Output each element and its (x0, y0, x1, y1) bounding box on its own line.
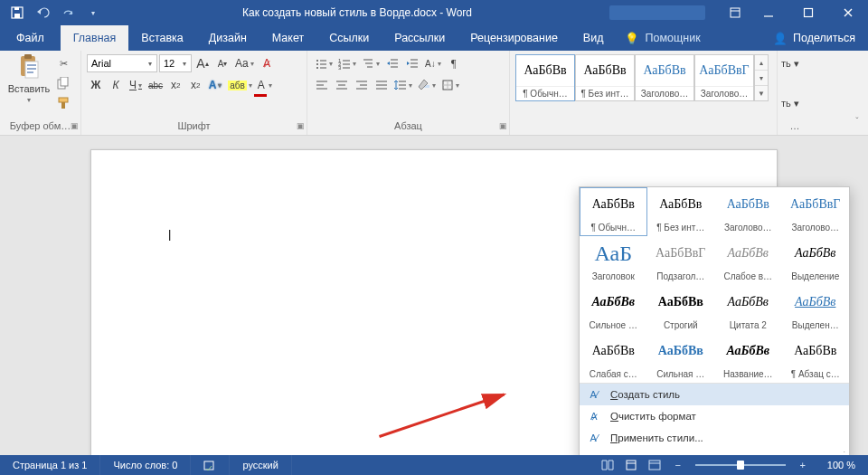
style-tile[interactable]: АаБбВв Слабая с… (580, 334, 647, 383)
scroll-down-icon[interactable]: ▾ (755, 71, 768, 86)
status-language[interactable]: русский (230, 455, 291, 475)
styles-more-button[interactable]: ▴▾▼ (754, 54, 769, 101)
style-tile[interactable]: АаБбВв Слабое в… (714, 236, 782, 285)
zoom-out-icon[interactable]: − (666, 455, 690, 475)
decrease-indent-icon[interactable] (383, 54, 401, 72)
account-box[interactable] (609, 5, 705, 20)
strike-icon[interactable]: abc (146, 76, 165, 94)
expand-gallery-icon[interactable]: ▼ (755, 86, 768, 100)
maximize-icon[interactable] (788, 0, 828, 25)
style-tile[interactable]: АаБбВв ¶ Без инт… (575, 54, 635, 101)
style-tile[interactable]: АаБбВв Выделен… (782, 285, 850, 334)
menu-apply-styles[interactable]: A⁄ Применить стили... (580, 427, 849, 449)
align-justify-icon[interactable] (373, 76, 391, 94)
style-tile[interactable]: АаБбВвГ Заголово… (694, 54, 754, 101)
zoom-slider[interactable] (695, 464, 786, 466)
web-layout-icon[interactable] (643, 455, 666, 475)
grow-font-icon[interactable]: A▴ (193, 54, 212, 72)
align-center-icon[interactable] (333, 76, 351, 94)
tab-insert[interactable]: Вставка (128, 25, 195, 51)
tell-me[interactable]: 💡 Помощник (616, 25, 709, 51)
scroll-up-icon[interactable]: ▴ (755, 55, 768, 71)
select-button[interactable]: ть ▾ (781, 94, 808, 112)
qat-customize-icon[interactable]: ▾ (81, 0, 105, 25)
find-button[interactable]: ть ▾ (781, 54, 808, 72)
tab-view[interactable]: Вид (571, 25, 617, 51)
style-tile[interactable]: АаБбВв Строгий (647, 285, 715, 334)
style-tile[interactable]: АаБбВв Цитата 2 (714, 285, 782, 334)
clipboard-launcher-icon[interactable]: ▣ (71, 119, 79, 133)
font-launcher-icon[interactable]: ▣ (297, 119, 305, 133)
align-left-icon[interactable] (313, 76, 331, 94)
status-page[interactable]: Страница 1 из 1 (0, 455, 100, 475)
highlight-icon[interactable]: aбв (226, 76, 254, 94)
change-case-icon[interactable]: Aa (233, 54, 256, 72)
ribbon-display-options-icon[interactable] (722, 0, 749, 25)
style-tile[interactable]: АаБбВв Заголово… (635, 54, 694, 101)
style-tile[interactable]: АаБбВв Название… (714, 334, 782, 383)
style-tile[interactable]: АаБбВв Сильное … (580, 285, 647, 334)
show-marks-icon[interactable]: ¶ (445, 54, 463, 72)
italic-icon[interactable]: К (107, 76, 125, 94)
close-icon[interactable] (828, 0, 868, 25)
tab-file[interactable]: Файл (0, 25, 61, 51)
shrink-font-icon[interactable]: A▾ (213, 54, 231, 72)
superscript-icon[interactable]: x2 (186, 76, 204, 94)
style-tile[interactable]: АаБбВв ¶ Без инт… (647, 187, 715, 236)
tab-design[interactable]: Дизайн (196, 25, 259, 51)
copy-icon[interactable] (54, 74, 72, 92)
save-icon[interactable] (5, 0, 29, 25)
font-size-input[interactable] (160, 58, 178, 69)
increase-indent-icon[interactable] (403, 54, 421, 72)
bullets-icon[interactable] (313, 54, 335, 72)
flyout-resize-handle-icon[interactable]: ..: (580, 449, 849, 455)
font-color-icon[interactable]: A (256, 76, 274, 94)
text-effects-icon[interactable]: A (206, 76, 224, 94)
cut-icon[interactable]: ✂ (54, 54, 72, 72)
style-tile[interactable]: АаБбВвГ Подзагол… (647, 236, 715, 285)
numbering-icon[interactable]: 123 (336, 54, 358, 72)
zoom-percent[interactable]: 100 % (815, 460, 868, 470)
shading-icon[interactable] (416, 76, 438, 94)
menu-create-style[interactable]: A⁄ Создать стиль (580, 384, 849, 405)
tab-references[interactable]: Ссылки (316, 25, 382, 51)
status-word-count[interactable]: Число слов: 0 (100, 455, 191, 475)
style-tile[interactable]: АаБбВв Выделение (782, 236, 850, 285)
undo-icon[interactable] (31, 0, 54, 25)
redo-icon[interactable] (56, 0, 80, 25)
paragraph-launcher-icon[interactable]: ▣ (499, 119, 507, 133)
zoom-in-icon[interactable]: + (791, 455, 815, 475)
status-spell-icon[interactable] (191, 455, 230, 475)
style-tile[interactable]: АаБбВв Заголово… (714, 187, 782, 236)
zoom-thumb[interactable] (737, 461, 744, 470)
style-tile[interactable]: АаБ Заголовок (580, 236, 647, 285)
font-name-input[interactable] (88, 58, 144, 69)
multilevel-icon[interactable] (360, 54, 382, 72)
read-mode-icon[interactable] (596, 455, 619, 475)
paste-button[interactable]: Вставить ▾ (5, 54, 52, 104)
align-right-icon[interactable] (353, 76, 371, 94)
collapse-ribbon-icon[interactable]: ˇ (850, 117, 864, 131)
tab-review[interactable]: Рецензирование (458, 25, 571, 51)
replace-button[interactable] (781, 74, 808, 92)
style-tile[interactable]: АаБбВв Сильная … (647, 334, 715, 383)
style-tile[interactable]: АаБбВв ¶ Обычн… (580, 187, 647, 236)
share-button[interactable]: 👤 Поделиться (773, 32, 855, 45)
tab-home[interactable]: Главная (61, 25, 129, 51)
format-painter-icon[interactable] (54, 94, 72, 112)
underline-icon[interactable]: Ч (127, 76, 145, 94)
font-size-combo[interactable]: ▾ (159, 54, 192, 72)
subscript-icon[interactable]: x2 (166, 76, 184, 94)
print-layout-icon[interactable] (619, 455, 643, 475)
tab-mailings[interactable]: Рассылки (382, 25, 458, 51)
style-tile[interactable]: АаБбВв ¶ Обычн… (515, 54, 575, 101)
font-name-combo[interactable]: ▾ (87, 54, 157, 72)
style-tile[interactable]: АаБбВв ¶ Абзац с… (782, 334, 850, 383)
bold-icon[interactable]: Ж (87, 76, 105, 94)
minimize-icon[interactable] (749, 0, 788, 25)
sort-icon[interactable]: A↓ (423, 54, 443, 72)
style-tile[interactable]: АаБбВвГ Заголово… (782, 187, 850, 236)
clear-formatting-icon[interactable]: A̷ (258, 54, 276, 72)
menu-clear-format[interactable]: A̷ Очистить формат (580, 405, 849, 427)
tab-layout[interactable]: Макет (259, 25, 316, 51)
